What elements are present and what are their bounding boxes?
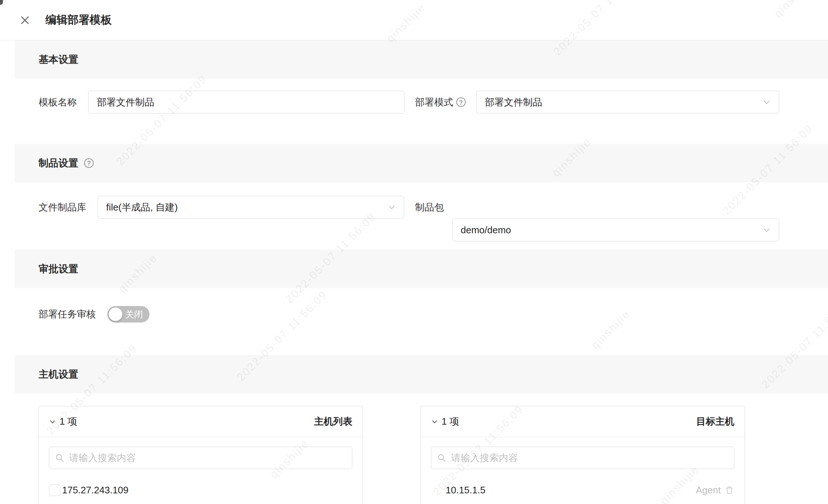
toggle-knob [109,307,122,321]
host-list-collapse[interactable]: 1 项 [49,415,77,428]
artifact-help-icon[interactable]: ? [84,158,94,168]
host-list-count: 1 项 [60,415,77,428]
section-basic: 基本设置 [15,40,828,79]
target-host-body: 10.15.1.5 Agent [421,437,745,498]
chevron-down-icon [387,202,396,212]
chevron-down-icon [762,225,771,235]
section-approval: 审批设置 [15,250,828,288]
target-host-title: 目标主机 [696,415,734,428]
chevron-down-icon [49,418,56,425]
target-host-item-label: 10.15.1.5 [446,485,485,496]
section-artifact-title: 制品设置 [39,156,78,170]
target-host-item[interactable]: 10.15.1.5 Agent [431,482,734,498]
package-select[interactable]: demo/demo [452,219,779,241]
target-host-count: 1 项 [442,415,459,428]
host-list-title: 主机列表 [314,415,352,428]
close-icon[interactable] [19,14,31,26]
host-list-searchbox [49,447,352,469]
modal-title: 编辑部署模板 [46,12,112,28]
host-list-body: 175.27.243.109 [39,437,363,498]
approval-review-toggle[interactable]: 关闭 [107,306,150,323]
host-list-item[interactable]: 175.27.243.109 [49,482,352,498]
section-artifact: 制品设置 ? [15,144,828,182]
deploy-mode-label: 部署模式 [415,91,453,114]
file-repo-value: file(半成品, 自建) [106,201,178,214]
target-host-search-input[interactable] [450,452,728,464]
target-host-searchbox [431,447,734,469]
trash-icon[interactable] [724,485,734,495]
deploy-mode-help-icon[interactable]: ? [456,97,466,107]
deploy-mode-select[interactable]: 部署文件制品 [476,91,779,114]
section-host-title: 主机设置 [39,368,78,381]
file-repo-select[interactable]: file(半成品, 自建) [98,196,404,219]
template-name-input[interactable] [88,91,404,114]
form-row-basic: 模板名称 部署模式 ? 部署文件制品 [0,91,828,114]
file-repo-label: 文件制品库 [39,196,86,219]
search-icon [55,453,65,463]
package-value: demo/demo [461,224,511,236]
target-host-collapse[interactable]: 1 项 [431,415,459,428]
host-list-search-input[interactable] [68,452,346,464]
section-approval-title: 审批设置 [39,262,78,276]
host-list-item-label: 175.27.243.109 [62,485,129,496]
target-host-panel: 1 项 目标主机 10.15.1.5 Agent [420,406,745,504]
section-basic-title: 基本设置 [39,53,78,66]
agent-tag: Agent [696,485,721,496]
checkbox-unchecked[interactable] [49,485,60,496]
template-name-label: 模板名称 [39,91,77,114]
chevron-down-icon [762,97,771,107]
deploy-mode-value: 部署文件制品 [485,96,542,109]
approval-review-label: 部署任务审核 [39,306,96,323]
host-list-panel: 1 项 主机列表 175.27.243.109 [38,406,363,504]
host-list-panel-header: 1 项 主机列表 [39,406,363,437]
target-host-panel-header: 1 项 目标主机 [421,406,745,437]
chevron-down-icon [431,418,438,425]
package-label: 制品包 [415,196,444,219]
search-icon [437,453,447,463]
section-host: 主机设置 [15,355,828,393]
modal-header: 编辑部署模板 [0,0,828,40]
form-row-artifact: 文件制品库 file(半成品, 自建) 制品包 demo/demo [0,196,828,219]
toggle-state-label: 关闭 [125,309,143,320]
